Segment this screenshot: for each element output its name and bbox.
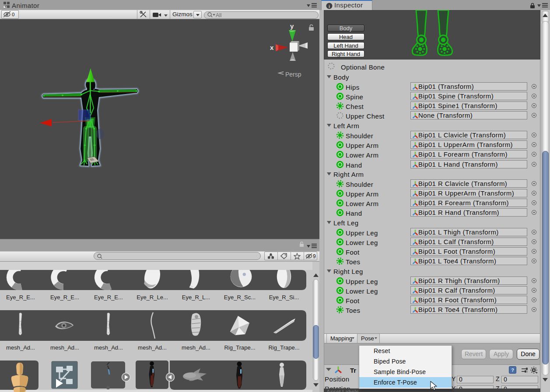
svg-text:0: 0 [12,12,14,17]
svg-text:!: ! [527,370,528,373]
svg-text:9: 9 [313,253,316,259]
svg-text:i: i [329,4,330,9]
svg-text:y: y [290,22,294,30]
svg-text:Persp: Persp [285,71,301,78]
svg-text:?: ? [511,368,514,373]
svg-text:x: x [270,44,274,51]
